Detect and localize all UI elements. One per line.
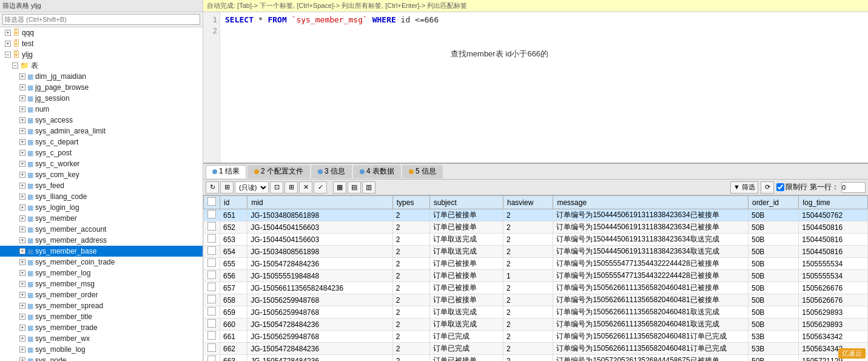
- cell-types: 2: [392, 331, 429, 343]
- refresh-btn[interactable]: ↻: [206, 181, 219, 194]
- row-checkbox-cell: [204, 319, 220, 331]
- tree-label: sys_member_trade: [35, 323, 98, 332]
- tree-item-yljg[interactable]: −🗄yljg: [0, 49, 203, 60]
- toolbar-copy[interactable]: ⊡: [270, 181, 283, 194]
- row-checkbox[interactable]: [207, 222, 216, 231]
- toolbar-grid3[interactable]: ▥: [362, 181, 375, 194]
- filter-btn[interactable]: ▼ 筛选: [730, 181, 758, 194]
- table-row[interactable]: 657JG-150566113565824842362订单已被接单2订单编号为1…: [204, 282, 868, 294]
- main-area: 自动完成: [Tab]-> 下一个标签, [Ctrl+Space]-> 列出所有…: [203, 0, 868, 361]
- cell-id: 654: [220, 246, 247, 258]
- tab-2[interactable]: 2 个配置文件: [247, 165, 310, 178]
- tree-item-sys_mobile_log[interactable]: +▦sys_mobile_log: [0, 344, 203, 355]
- cell-types: 2: [392, 209, 429, 221]
- tab-3[interactable]: 3 信息: [311, 165, 352, 178]
- toolbar-paste[interactable]: ⊞: [284, 181, 298, 194]
- sql-text-area[interactable]: SELECT * FROM `sys_member_msg` WHERE id …: [220, 12, 868, 39]
- first-row-input[interactable]: [841, 182, 866, 193]
- toolbar-btn2[interactable]: ⊞: [220, 181, 234, 194]
- tree-item-sys_com_key[interactable]: +▦sys_com_key: [0, 169, 203, 180]
- tree-item-sys_member[interactable]: +▦sys_member: [0, 213, 203, 224]
- tree-item-sys_admin_area_limit[interactable]: +▦sys_admin_area_limit: [0, 126, 203, 137]
- tree-label: 表: [31, 61, 38, 71]
- table-row[interactable]: 659JG-150562599487682订单取送完成2订单编号为1505626…: [204, 306, 868, 319]
- tree-item-sys_member_base[interactable]: +▦sys_member_base: [0, 246, 203, 257]
- row-checkbox[interactable]: [207, 210, 216, 218]
- row-checkbox[interactable]: [207, 319, 216, 328]
- table-row[interactable]: 654JG-150348085618982订单取送完成2订单编号为1504445…: [204, 246, 868, 258]
- tree-item-sys_member_wx[interactable]: +▦sys_member_wx: [0, 333, 203, 344]
- row-checkbox[interactable]: [207, 295, 216, 303]
- row-checkbox[interactable]: [207, 271, 216, 279]
- tree-item-表[interactable]: −📁表: [0, 60, 203, 71]
- table-row[interactable]: 651JG-150348085618982订单已被接单2订单编号为1504445…: [204, 209, 868, 221]
- tree-item-sys_node[interactable]: +▦sys_node: [0, 355, 203, 361]
- cell-message: 订单编号为150444506191311838423634取送完成: [553, 246, 749, 258]
- cell-id: 655: [220, 258, 247, 270]
- row-checkbox[interactable]: [207, 246, 216, 255]
- tree-item-sys_c_depart[interactable]: +▦sys_c_depart: [0, 137, 203, 147]
- filter-input[interactable]: [2, 14, 200, 25]
- row-checkbox[interactable]: [207, 234, 216, 243]
- toolbar-grid2[interactable]: ▤: [348, 181, 361, 194]
- tree-label: qqq: [22, 29, 34, 37]
- tab-4[interactable]: 4 表数据: [353, 165, 401, 178]
- table-row[interactable]: 656JG-150555519848482订单已被接单1订单编号为1505555…: [204, 270, 868, 282]
- tree-item-sys_member_order[interactable]: +▦sys_member_order: [0, 289, 203, 300]
- tree-item-test[interactable]: +🗄test: [0, 38, 203, 49]
- cell-log_time: 1505634342: [799, 331, 868, 343]
- tree-item-sys_member_msg[interactable]: +▦sys_member_msg: [0, 278, 203, 289]
- tree-item-sys_member_log[interactable]: +▦sys_member_log: [0, 268, 203, 278]
- table-row[interactable]: 653JG-150445041566032订单取送完成2订单编号为1504445…: [204, 234, 868, 246]
- select-all-checkbox[interactable]: [207, 197, 216, 206]
- row-checkbox[interactable]: [207, 343, 216, 352]
- tree-item-sys_member_title[interactable]: +▦sys_member_title: [0, 311, 203, 322]
- cell-subject: 订单已被接单: [429, 258, 503, 270]
- cell-types: 2: [392, 294, 429, 306]
- tree-item-jg_session[interactable]: +▦jg_session: [0, 93, 203, 104]
- tab-1[interactable]: 1 结果: [206, 165, 246, 178]
- tab-label-5: 5 信息: [415, 166, 436, 177]
- table-row[interactable]: 663JG-150547284842362订单已被接单2订单编号为1505720…: [204, 355, 868, 362]
- row-checkbox[interactable]: [207, 283, 216, 291]
- cell-message: 订单编号为150444506191311838423634已被接单: [553, 209, 749, 221]
- table-row[interactable]: 652JG-150445041566032订单已被接单2订单编号为1504445…: [204, 221, 868, 234]
- cell-id: 659: [220, 306, 247, 319]
- tree-label: yljg: [22, 50, 33, 59]
- cell-id: 657: [220, 282, 247, 294]
- tree-item-sys_member_spread[interactable]: +▦sys_member_spread: [0, 300, 203, 311]
- toolbar-del[interactable]: ✕: [299, 181, 312, 194]
- row-checkbox[interactable]: [207, 331, 216, 340]
- tab-5[interactable]: 5 信息: [402, 165, 443, 178]
- cell-mid: JG-15044504156603: [247, 221, 392, 234]
- tree-item-sys_lliang_code[interactable]: +▦sys_lliang_code: [0, 191, 203, 202]
- table-row[interactable]: 662JG-150547284842362订单已完成2订单编号为15056266…: [204, 343, 868, 355]
- col-header-id: id: [220, 196, 247, 209]
- tree-item-sys_login_log[interactable]: +▦sys_login_log: [0, 202, 203, 213]
- tree-item-sys_c_post[interactable]: +▦sys_c_post: [0, 147, 203, 158]
- tree-item-sys_feed[interactable]: +▦sys_feed: [0, 180, 203, 191]
- tree-item-jg_page_browse[interactable]: +▦jg_page_browse: [0, 82, 203, 93]
- tree-item-sys_member_account[interactable]: +▦sys_member_account: [0, 224, 203, 235]
- table-row[interactable]: 660JG-150547284842362订单取送完成2订单编号为1505626…: [204, 319, 868, 331]
- reload-btn[interactable]: ⟳: [761, 181, 774, 194]
- tree-item-num[interactable]: +▦num: [0, 104, 203, 115]
- limit-checkbox[interactable]: [776, 183, 784, 191]
- tree-item-sys_member_coin_trade[interactable]: +▦sys_member_coin_trade: [0, 257, 203, 268]
- toolbar-ok[interactable]: ✓: [314, 181, 327, 194]
- row-checkbox[interactable]: [207, 258, 216, 267]
- tree-item-qqq[interactable]: +🗄qqq: [0, 27, 203, 38]
- tree-item-sys_access[interactable]: +▦sys_access: [0, 115, 203, 126]
- toolbar-grid1[interactable]: ▦: [333, 181, 346, 194]
- tree-item-sys_member_trade[interactable]: +▦sys_member_trade: [0, 322, 203, 333]
- table-row[interactable]: 658JG-150562599487682订单已被接单2订单编号为1505626…: [204, 294, 868, 306]
- row-checkbox[interactable]: [207, 356, 216, 361]
- table-row[interactable]: 661JG-150562599487682订单已完成2订单编号为15056266…: [204, 331, 868, 343]
- tree-item-sys_c_worker[interactable]: +▦sys_c_worker: [0, 158, 203, 169]
- tree-item-dim_jg_maidian[interactable]: +▦dim_jg_maidian: [0, 71, 203, 82]
- row-checkbox[interactable]: [207, 307, 216, 315]
- tree-item-sys_member_address[interactable]: +▦sys_member_address: [0, 235, 203, 246]
- cell-hasview: 1: [503, 270, 553, 282]
- readonly-select[interactable]: (只读): [235, 181, 269, 194]
- table-row[interactable]: 655JG-150547284842362订单已被接单2订单编号为1505555…: [204, 258, 868, 270]
